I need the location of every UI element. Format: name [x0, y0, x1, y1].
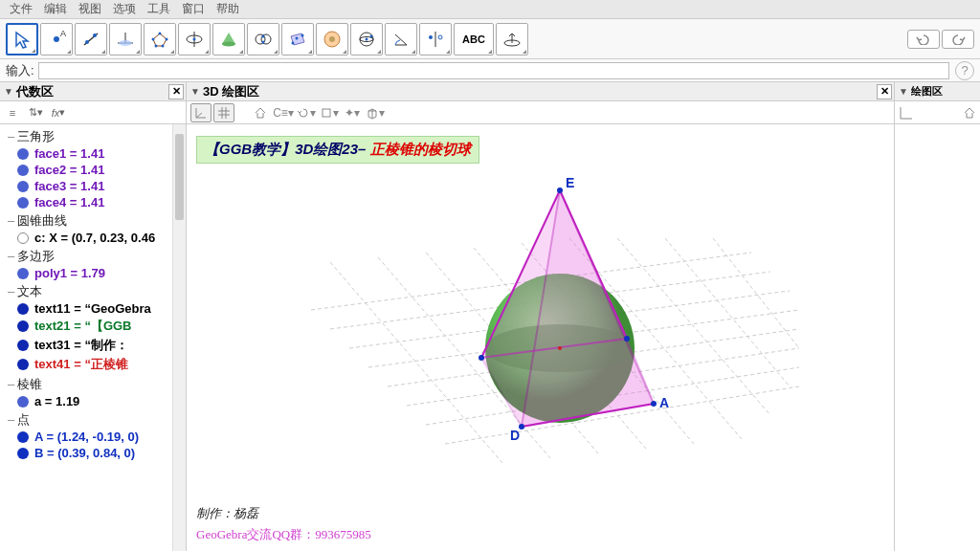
close-icon[interactable]: ✕ — [877, 84, 892, 99]
tool-polygon[interactable] — [144, 23, 176, 55]
alg-group[interactable]: 多边形 — [0, 248, 186, 265]
visibility-dot[interactable] — [17, 165, 29, 176]
menu-视图[interactable]: 视图 — [73, 1, 107, 17]
alg-item-text: text31 = “制作： — [34, 337, 128, 354]
alg-item-text: B = (0.39, 0.84, 0) — [34, 446, 135, 460]
svg-point-20 — [301, 33, 304, 36]
tool-intersect[interactable] — [247, 23, 279, 55]
menu-文件[interactable]: 文件 — [4, 1, 38, 17]
svg-point-14 — [222, 41, 235, 46]
cube-icon[interactable]: ▾ — [365, 103, 386, 122]
svg-line-41 — [330, 262, 502, 463]
svg-point-13 — [193, 37, 196, 40]
alg-item[interactable]: text21 = “【GGB — [0, 317, 186, 336]
visibility-dot[interactable] — [17, 232, 29, 244]
menu-编辑[interactable]: 编辑 — [38, 1, 73, 17]
capture-icon[interactable]: C≡▾ — [273, 103, 294, 122]
point-label-A: A — [659, 395, 669, 410]
tool-move[interactable] — [6, 23, 38, 55]
alg-item[interactable]: text31 = “制作： — [0, 336, 186, 355]
view3d-header[interactable]: ▼ 3D 绘图区 ✕ — [187, 82, 894, 101]
tool-rotate-view[interactable] — [496, 23, 528, 55]
graphics-toolbar — [895, 101, 980, 124]
input-field[interactable] — [38, 62, 949, 79]
tool-line[interactable] — [75, 23, 107, 55]
visibility-dot[interactable] — [17, 396, 29, 408]
tool-angle[interactable] — [385, 23, 417, 55]
tool-pyramid[interactable] — [316, 23, 348, 55]
graphics-header[interactable]: ▼ 绘图区 — [895, 82, 980, 101]
visibility-dot[interactable] — [17, 431, 29, 443]
alg-item[interactable]: text41 = “正棱锥 — [0, 355, 186, 374]
alg-item[interactable]: a = 1.19 — [0, 393, 186, 409]
collapse-icon: ▼ — [190, 86, 200, 97]
visibility-dot[interactable] — [17, 268, 29, 279]
alg-item[interactable]: face3 = 1.41 — [0, 178, 186, 194]
tool-point[interactable]: A — [40, 23, 73, 55]
grid-icon[interactable] — [213, 103, 234, 122]
svg-point-0 — [54, 36, 59, 42]
svg-point-61 — [558, 346, 562, 350]
svg-point-23 — [329, 36, 335, 42]
visibility-dot[interactable] — [17, 197, 29, 209]
visibility-dot[interactable] — [17, 448, 29, 459]
point-label-E: E — [566, 175, 574, 190]
scrollbar[interactable] — [172, 124, 186, 551]
alg-item[interactable]: face4 = 1.41 — [0, 194, 186, 210]
alg-item-text: face2 = 1.41 — [34, 163, 104, 177]
alg-group[interactable]: 圆锥曲线 — [0, 212, 186, 230]
axes2d-icon[interactable] — [899, 105, 914, 121]
tool-plane[interactable] — [281, 23, 314, 55]
visibility-dot[interactable] — [17, 320, 29, 332]
svg-point-27 — [370, 34, 373, 37]
svg-point-30 — [438, 35, 442, 39]
collapse-icon: ▼ — [899, 86, 908, 97]
redo-button[interactable] — [942, 30, 974, 49]
scroll-thumb[interactable] — [175, 134, 184, 220]
axes-icon[interactable] — [190, 103, 212, 122]
algebra-header[interactable]: ▼ 代数区 ✕ — [0, 82, 186, 101]
visibility-dot[interactable] — [17, 359, 29, 370]
alg-group[interactable]: 三角形 — [0, 128, 186, 145]
sort-icon[interactable]: ⇅▾ — [27, 105, 44, 121]
canvas-3d[interactable]: 【GGB教学】3D绘图23– 正棱锥的棱切球 — [187, 124, 894, 551]
menu-帮助[interactable]: 帮助 — [211, 1, 245, 17]
tool-perp[interactable] — [109, 23, 142, 55]
tool-text[interactable]: ABC — [454, 23, 494, 55]
help-icon[interactable]: ? — [955, 61, 974, 80]
visibility-dot[interactable] — [17, 148, 29, 160]
light-icon[interactable]: ✦▾ — [342, 103, 363, 122]
alg-group[interactable]: 点 — [0, 411, 186, 429]
rotate-icon[interactable]: ▾ — [296, 103, 317, 122]
tool-circle[interactable] — [178, 23, 211, 55]
fx-icon[interactable]: fx▾ — [50, 105, 67, 121]
tool-sphere[interactable] — [350, 23, 383, 55]
svg-point-18 — [262, 40, 265, 43]
menu-窗口[interactable]: 窗口 — [176, 1, 211, 17]
alg-item[interactable]: B = (0.39, 0.84, 0) — [0, 445, 186, 461]
tool-cone[interactable] — [212, 23, 245, 55]
alg-group[interactable]: 棱锥 — [0, 376, 186, 393]
list-icon[interactable]: ≡ — [4, 105, 21, 121]
alg-item[interactable]: c: X = (0.7, 0.23, 0.46 — [0, 230, 186, 246]
point-label-D: D — [510, 428, 520, 443]
home-icon[interactable] — [250, 103, 271, 122]
algebra-panel: ▼ 代数区 ✕ ≡ ⇅▾ fx▾ 三角形face1 = 1.41face2 = … — [0, 82, 187, 551]
alg-item[interactable]: text11 = “GeoGebra — [0, 300, 186, 317]
tool-reflect[interactable] — [419, 23, 452, 55]
svg-point-60 — [624, 336, 630, 342]
visibility-dot[interactable] — [17, 303, 29, 315]
visibility-dot[interactable] — [17, 181, 29, 192]
undo-button[interactable] — [907, 30, 940, 49]
alg-item[interactable]: A = (1.24, -0.19, 0) — [0, 429, 186, 445]
close-icon[interactable]: ✕ — [168, 84, 184, 99]
alg-item[interactable]: face1 = 1.41 — [0, 145, 186, 162]
alg-item[interactable]: poly1 = 1.79 — [0, 265, 186, 281]
visibility-dot[interactable] — [17, 340, 29, 351]
alg-item[interactable]: face2 = 1.41 — [0, 162, 186, 178]
menu-选项[interactable]: 选项 — [107, 1, 142, 17]
menu-工具[interactable]: 工具 — [142, 1, 176, 17]
home2d-icon[interactable] — [963, 106, 976, 120]
box-icon[interactable]: ▾ — [319, 103, 340, 122]
alg-group[interactable]: 文本 — [0, 283, 186, 300]
